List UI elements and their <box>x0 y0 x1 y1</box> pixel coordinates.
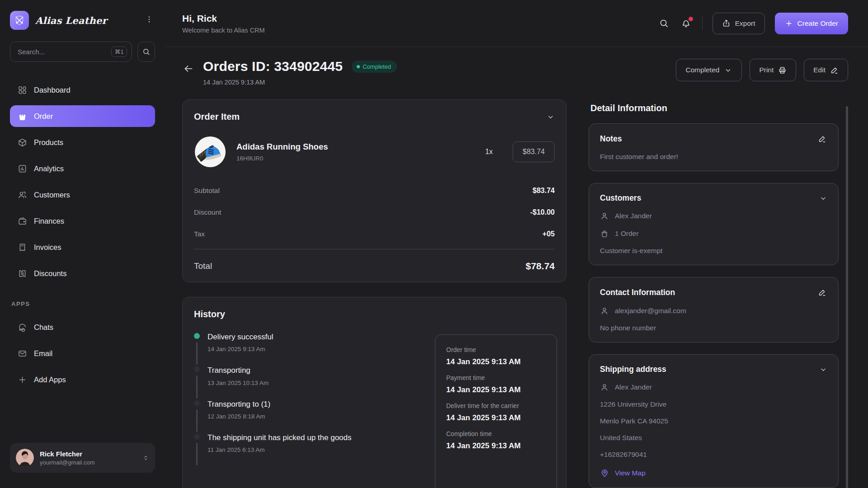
order-times-panel: Order time 14 Jan 2025 9:13 AM Payment t… <box>435 334 557 488</box>
greeting-subtitle: Welcome back to Alias CRM <box>182 27 265 34</box>
shipping-name: Alex Jander <box>615 383 652 391</box>
history-timeline: Delivery successful 14 Jan 2025 9:13 Am … <box>194 331 420 465</box>
status-select[interactable]: Completed <box>676 59 742 81</box>
sidebar-item-email[interactable]: Email <box>10 343 155 364</box>
search-field[interactable]: ⌘1 <box>10 42 132 62</box>
event-date: 14 Jan 2025 9:13 Am <box>208 346 274 352</box>
timeline-dot-icon <box>194 400 200 406</box>
contact-email-row: alexjander@gmail.com <box>600 306 827 315</box>
shipping-name-row: Alex Jander <box>600 383 827 392</box>
product-price-field[interactable]: $83.74 <box>513 141 555 162</box>
product-name: Adidas Running Shoes <box>236 142 475 152</box>
topbar-actions: Export Create Order <box>658 13 848 34</box>
sidebar-item-analytics[interactable]: Analytics <box>10 158 155 179</box>
user-meta: Rick Fletcher yourmail@gmail.com <box>40 450 137 466</box>
greeting: Hi, Rick <box>182 13 265 24</box>
timeline-item: Transporting 13 Jan 2025 10:13 Am <box>194 365 420 398</box>
product-image <box>194 136 226 168</box>
user-name: Rick Fletcher <box>40 450 137 458</box>
summary-value: -$10.00 <box>530 208 555 216</box>
sidebar-item-finances[interactable]: Finances <box>10 210 155 232</box>
sidebar-item-customers[interactable]: Customers <box>10 184 155 206</box>
sidebar-item-products[interactable]: Products <box>10 131 155 153</box>
event-title: Transporting <box>208 365 269 376</box>
grid-icon <box>18 85 27 95</box>
status-dot-icon <box>357 65 360 68</box>
timeline-dot-icon <box>194 434 200 440</box>
time-value: 14 Jan 2025 9:13 AM <box>446 357 546 366</box>
timeline-item: Delivery successful 14 Jan 2025 9:13 Am <box>194 331 420 365</box>
customer-exempt-row: Customer is-exempt <box>600 247 827 255</box>
contact-information-card: Contact Information alexjander@gmail.com… <box>589 277 839 343</box>
create-order-label: Create Order <box>797 19 838 28</box>
contact-information-title: Contact Information <box>600 288 675 297</box>
time-value: 14 Jan 2025 9:13 AM <box>446 385 546 394</box>
search-shortcut-chip: ⌘1 <box>111 47 127 57</box>
scrollbar[interactable] <box>846 106 848 488</box>
sidebar-item-label: Analytics <box>34 164 64 173</box>
user-menu-chevrons-icon[interactable] <box>142 455 149 461</box>
edit-button[interactable]: Edit <box>804 59 848 81</box>
timeline-item: Transporting to (1) 12 Jan 2025 8:18 Am <box>194 399 420 432</box>
timeline-connector <box>196 375 198 398</box>
customer-name: Alex Jander <box>615 212 652 220</box>
sidebar-item-label: Dashboard <box>34 86 71 94</box>
collapse-chevron-icon[interactable] <box>819 366 827 374</box>
status-badge: Completed <box>352 61 397 73</box>
page-header: Orders ID: 334902445 Completed 14 Jan 20… <box>165 47 868 86</box>
summary-row-subtotal: Subtotal $83.74 <box>194 180 555 202</box>
edit-contact-button[interactable] <box>817 287 827 298</box>
product-meta: Adidas Running Shoes 16H9UR0 <box>236 142 475 162</box>
customer-orders: 1 Order <box>615 230 639 238</box>
time-label: Completion time <box>446 430 546 437</box>
pencil-icon <box>818 288 826 297</box>
sidebar-item-chats[interactable]: Chats <box>10 316 155 338</box>
shipping-address-line2: Menlo Park CA 94025 <box>600 417 827 425</box>
person-icon <box>600 211 609 221</box>
sidebar-item-dashboard[interactable]: Dashboard <box>10 79 155 101</box>
search-input[interactable] <box>18 48 108 56</box>
back-button[interactable] <box>182 61 195 77</box>
collapse-chevron-icon[interactable] <box>547 113 555 121</box>
collapse-chevron-icon[interactable] <box>819 194 827 202</box>
time-label: Deliver time for the carrier <box>446 402 546 409</box>
export-button[interactable]: Export <box>712 13 765 34</box>
sidebar-nav: Dashboard Order Products Analytics Custo… <box>10 79 155 284</box>
create-order-button[interactable]: Create Order <box>775 13 848 34</box>
right-column: Detail Information Notes First customer … <box>589 99 839 488</box>
summary-label: Discount <box>194 208 221 216</box>
timeline-item: The shipping unit has picked up the good… <box>194 432 420 465</box>
sidebar-menu-icon[interactable] <box>143 14 155 27</box>
notes-text: First customer and order! <box>600 153 827 161</box>
total-value: $78.74 <box>526 261 555 272</box>
sidebar-item-invoices[interactable]: Invoices <box>10 236 155 258</box>
brand: Alias Leather <box>10 11 155 30</box>
print-label: Print <box>759 66 774 74</box>
avatar <box>16 449 34 467</box>
search-icon <box>659 18 669 28</box>
notification-dot <box>689 17 693 21</box>
sidebar-item-order[interactable]: Order <box>10 105 155 127</box>
divider <box>702 17 703 30</box>
arrow-left-icon <box>183 63 194 74</box>
customer-name-row[interactable]: Alex Jander <box>600 211 827 221</box>
time-value: 14 Jan 2025 9:13 AM <box>446 441 546 450</box>
main-area: Hi, Rick Welcome back to Alias CRM Expor… <box>165 0 868 488</box>
edit-notes-button[interactable] <box>817 134 827 144</box>
print-button[interactable]: Print <box>750 59 796 81</box>
timeline-dot-done-icon <box>194 333 200 339</box>
search-button[interactable] <box>137 42 155 62</box>
shopping-bag-icon <box>18 112 27 121</box>
product-row: Adidas Running Shoes 16H9UR0 1x $83.74 <box>194 136 555 168</box>
sidebar-item-label: Chats <box>34 323 53 332</box>
topbar-search-button[interactable] <box>658 17 670 29</box>
user-profile-card[interactable]: Rick Fletcher yourmail@gmail.com <box>10 443 155 473</box>
notifications-button[interactable] <box>680 17 692 29</box>
sidebar-item-discounts[interactable]: Discounts <box>10 263 155 284</box>
greeting-block: Hi, Rick Welcome back to Alias CRM <box>182 13 265 34</box>
timeline-connector <box>196 342 198 365</box>
divider <box>194 249 555 249</box>
chat-bubble-icon <box>18 323 27 332</box>
view-map-link[interactable]: View Map <box>600 468 827 478</box>
sidebar-item-add-apps[interactable]: Add Apps <box>10 369 155 390</box>
